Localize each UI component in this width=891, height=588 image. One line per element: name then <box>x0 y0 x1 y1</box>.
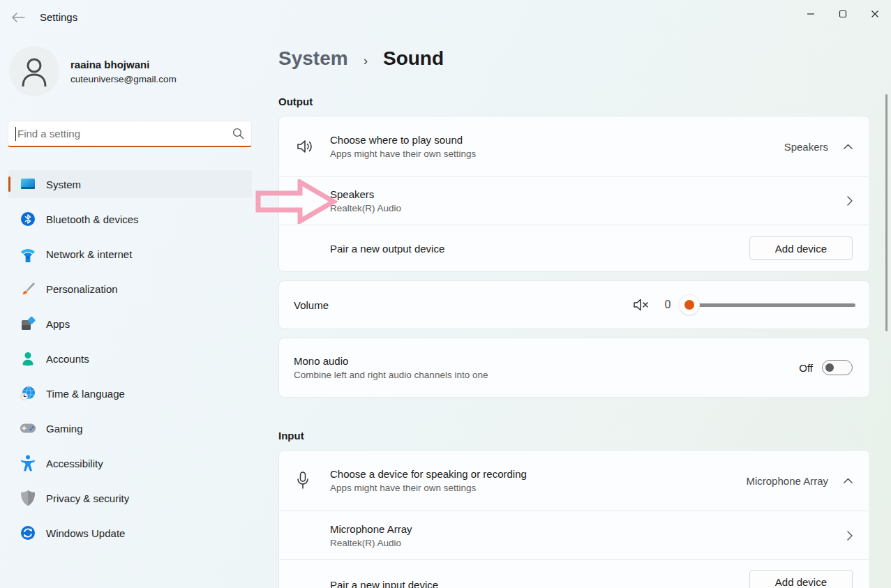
sidebar-item-accounts[interactable]: Accounts <box>8 345 252 372</box>
app-title: Settings <box>40 11 77 23</box>
pair-input-row: Pair a new input device Add device <box>279 559 869 588</box>
sidebar-item-system[interactable]: System <box>8 170 252 198</box>
sidebar-item-time-language[interactable]: Time & language <box>8 379 252 407</box>
microphone-subtitle: Realtek(R) Audio <box>330 538 847 548</box>
bluetooth-icon <box>20 211 36 227</box>
microphone-title: Microphone Array <box>330 523 847 535</box>
titlebar: Settings <box>0 0 891 33</box>
sidebar-item-accessibility[interactable]: Accessibility <box>8 449 252 477</box>
volume-slider-track[interactable] <box>689 303 855 307</box>
output-device-value: Speakers <box>784 141 828 153</box>
profile-name: raaina bhojwani <box>70 59 177 70</box>
volume-slider-thumb[interactable] <box>680 295 699 315</box>
volume-slider-dot <box>684 300 694 310</box>
back-arrow-icon <box>11 13 25 22</box>
gaming-icon <box>20 420 36 437</box>
sidebar-item-label: Time & language <box>46 388 125 400</box>
choose-output-subtitle: Apps might have their own settings <box>330 149 784 159</box>
volume-label: Volume <box>294 299 634 311</box>
choose-input-row[interactable]: Choose a device for speaking or recordin… <box>279 451 869 511</box>
pair-output-row: Pair a new output device Add device <box>279 225 869 271</box>
choose-output-row[interactable]: Choose where to play sound Apps might ha… <box>279 116 869 176</box>
sidebar-item-windows-update[interactable]: Windows Update <box>8 519 252 547</box>
profile-card[interactable]: raaina bhojwani cuteuniverse@gmail.com <box>9 46 177 96</box>
mono-audio-subtitle: Combine left and right audio channels in… <box>294 370 799 380</box>
volume-slider[interactable] <box>680 295 855 315</box>
mono-audio-title: Mono audio <box>294 355 799 367</box>
avatar <box>9 46 59 96</box>
search-placeholder: Find a setting <box>17 128 232 140</box>
mono-audio-card: Mono audio Combine left and right audio … <box>278 338 870 398</box>
sidebar-item-network-internet[interactable]: Network & internet <box>8 240 252 268</box>
sidebar-item-label: Privacy & security <box>46 492 129 504</box>
speaker-icon <box>297 138 313 155</box>
accounts-icon <box>20 350 36 367</box>
sidebar-item-label: Apps <box>46 318 70 330</box>
breadcrumb-system[interactable]: System <box>278 47 348 70</box>
accessibility-icon <box>20 455 36 472</box>
chevron-up-icon[interactable] <box>844 478 853 483</box>
search-input[interactable]: Find a setting <box>8 121 252 147</box>
page-title: Sound <box>383 47 444 70</box>
volume-value: 0 <box>663 299 673 311</box>
add-input-device-button[interactable]: Add device <box>749 570 853 588</box>
choose-output-title: Choose where to play sound <box>330 134 784 146</box>
input-device-value: Microphone Array <box>746 475 828 487</box>
sidebar-item-label: Accounts <box>46 353 89 365</box>
person-icon <box>20 56 48 86</box>
choose-input-subtitle: Apps might have their own settings <box>330 483 746 493</box>
privacy-security-icon <box>20 490 36 506</box>
chevron-up-icon[interactable] <box>844 144 853 149</box>
speakers-title: Speakers <box>330 188 847 200</box>
mono-audio-toggle[interactable] <box>822 360 853 375</box>
system-icon <box>20 176 36 193</box>
breadcrumb: System › Sound <box>278 47 444 70</box>
time-language-icon <box>20 385 36 402</box>
sidebar-item-label: Network & internet <box>46 248 132 260</box>
personalization-icon <box>20 280 36 297</box>
back-button[interactable] <box>7 9 29 26</box>
microphone-device-row[interactable]: Microphone Array Realtek(R) Audio <box>279 511 869 559</box>
output-card: Choose where to play sound Apps might ha… <box>278 116 870 272</box>
sidebar-item-personalization[interactable]: Personalization <box>8 275 252 303</box>
sidebar-item-label: Personalization <box>46 283 118 295</box>
speakers-device-row[interactable]: Speakers Realtek(R) Audio <box>279 176 869 225</box>
chevron-right-icon <box>847 531 853 541</box>
sidebar-item-label: System <box>46 179 81 190</box>
chevron-right-icon <box>847 196 853 206</box>
pair-output-label: Pair a new output device <box>330 243 749 255</box>
sidebar-item-label: Bluetooth & devices <box>46 213 139 225</box>
volume-card: Volume 0 <box>278 280 870 329</box>
network-icon <box>20 246 36 262</box>
minimize-button[interactable] <box>795 0 827 28</box>
breadcrumb-separator: › <box>364 53 368 68</box>
speakers-subtitle: Realtek(R) Audio <box>330 203 847 213</box>
sidebar-nav: System Bluetooth & devices Network & int… <box>8 170 252 554</box>
choose-input-title: Choose a device for speaking or recordin… <box>330 468 746 480</box>
maximize-icon <box>839 10 847 18</box>
text-caret <box>15 127 16 141</box>
sidebar-item-apps[interactable]: Apps <box>8 310 252 338</box>
apps-icon <box>20 315 36 332</box>
mute-icon[interactable] <box>634 298 650 312</box>
mono-audio-state: Off <box>799 362 813 374</box>
search-icon <box>232 128 244 140</box>
scrollbar-thumb[interactable] <box>885 94 888 331</box>
input-card: Choose a device for speaking or recordin… <box>278 450 870 588</box>
profile-email: cuteuniverse@gmail.com <box>70 74 177 84</box>
add-output-device-button[interactable]: Add device <box>749 236 853 260</box>
sidebar-item-bluetooth-devices[interactable]: Bluetooth & devices <box>8 205 252 233</box>
output-section-heading: Output <box>278 96 313 107</box>
close-icon <box>871 10 879 18</box>
sidebar-item-gaming[interactable]: Gaming <box>8 414 252 442</box>
sidebar-item-label: Gaming <box>46 423 83 435</box>
minimize-icon <box>807 10 815 18</box>
sidebar-item-privacy-security[interactable]: Privacy & security <box>8 484 252 512</box>
sidebar-item-label: Windows Update <box>46 527 125 539</box>
maximize-button[interactable] <box>827 0 859 28</box>
sidebar-item-label: Accessibility <box>46 458 103 469</box>
pair-input-label: Pair a new input device <box>330 579 749 588</box>
close-button[interactable] <box>859 0 891 28</box>
input-section-heading: Input <box>278 430 304 442</box>
windows-update-icon <box>20 525 36 541</box>
